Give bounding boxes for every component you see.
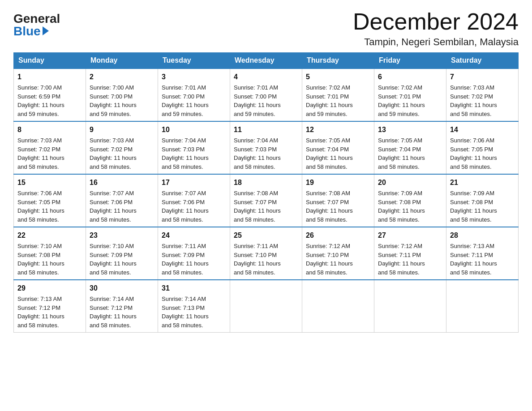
location-subtitle: Tampin, Negeri Sembilan, Malaysia [353, 36, 519, 48]
day-info: Sunrise: 7:14 AMSunset: 7:12 PMDaylight:… [90, 295, 154, 330]
day-number: 11 [234, 124, 298, 135]
day-info: Sunrise: 7:01 AMSunset: 7:00 PMDaylight:… [162, 83, 226, 118]
calendar-cell: 12Sunrise: 7:05 AMSunset: 7:04 PMDayligh… [302, 121, 374, 174]
calendar-cell: 5Sunrise: 7:02 AMSunset: 7:01 PMDaylight… [302, 68, 374, 121]
day-number: 29 [17, 283, 82, 294]
day-info: Sunrise: 7:02 AMSunset: 7:01 PMDaylight:… [306, 83, 370, 118]
day-number: 6 [378, 72, 442, 82]
calendar-week-row-4: 22Sunrise: 7:10 AMSunset: 7:08 PMDayligh… [14, 227, 519, 280]
day-info: Sunrise: 7:03 AMSunset: 7:02 PMDaylight:… [450, 83, 515, 118]
day-info: Sunrise: 7:00 AMSunset: 7:00 PMDaylight:… [90, 83, 154, 118]
day-number: 10 [162, 124, 226, 135]
day-info: Sunrise: 7:04 AMSunset: 7:03 PMDaylight:… [234, 136, 298, 171]
day-number: 25 [234, 230, 298, 241]
calendar-cell [230, 280, 302, 333]
day-info: Sunrise: 7:14 AMSunset: 7:13 PMDaylight:… [162, 295, 226, 330]
calendar-cell: 7Sunrise: 7:03 AMSunset: 7:02 PMDaylight… [446, 68, 519, 121]
calendar-week-row-3: 15Sunrise: 7:06 AMSunset: 7:05 PMDayligh… [14, 174, 519, 227]
calendar-cell: 18Sunrise: 7:08 AMSunset: 7:07 PMDayligh… [230, 174, 302, 227]
day-number: 31 [162, 283, 226, 294]
day-info: Sunrise: 7:09 AMSunset: 7:08 PMDaylight:… [378, 189, 442, 224]
day-number: 30 [90, 283, 154, 294]
day-number: 1 [17, 72, 82, 82]
month-title: December 2024 [353, 9, 519, 34]
day-number: 21 [450, 177, 515, 188]
day-info: Sunrise: 7:07 AMSunset: 7:06 PMDaylight:… [162, 189, 226, 224]
day-number: 14 [450, 124, 515, 135]
calendar-table: SundayMondayTuesdayWednesdayThursdayFrid… [13, 52, 519, 333]
calendar-header-sunday: Sunday [14, 53, 86, 69]
logo: General Blue [13, 13, 60, 38]
calendar-cell: 17Sunrise: 7:07 AMSunset: 7:06 PMDayligh… [158, 174, 230, 227]
day-number: 2 [90, 72, 154, 82]
calendar-cell: 11Sunrise: 7:04 AMSunset: 7:03 PMDayligh… [230, 121, 302, 174]
day-number: 22 [17, 230, 82, 241]
day-info: Sunrise: 7:05 AMSunset: 7:04 PMDaylight:… [306, 136, 370, 171]
title-section: December 2024 Tampin, Negeri Sembilan, M… [353, 9, 519, 48]
calendar-header-monday: Monday [86, 53, 158, 69]
calendar-cell: 31Sunrise: 7:14 AMSunset: 7:13 PMDayligh… [158, 280, 230, 333]
day-number: 28 [450, 230, 515, 241]
calendar-cell: 22Sunrise: 7:10 AMSunset: 7:08 PMDayligh… [14, 227, 86, 280]
calendar-cell [302, 280, 374, 333]
calendar-cell: 6Sunrise: 7:02 AMSunset: 7:01 PMDaylight… [374, 68, 446, 121]
calendar-header-friday: Friday [374, 53, 446, 69]
day-number: 13 [378, 124, 442, 135]
logo-general-text: General [13, 13, 60, 25]
calendar-cell: 26Sunrise: 7:12 AMSunset: 7:10 PMDayligh… [302, 227, 374, 280]
calendar-cell: 27Sunrise: 7:12 AMSunset: 7:11 PMDayligh… [374, 227, 446, 280]
calendar-cell: 30Sunrise: 7:14 AMSunset: 7:12 PMDayligh… [86, 280, 158, 333]
day-info: Sunrise: 7:06 AMSunset: 7:05 PMDaylight:… [17, 189, 82, 224]
day-number: 23 [90, 230, 154, 241]
day-info: Sunrise: 7:11 AMSunset: 7:10 PMDaylight:… [234, 242, 298, 277]
calendar-cell: 19Sunrise: 7:08 AMSunset: 7:07 PMDayligh… [302, 174, 374, 227]
day-number: 27 [378, 230, 442, 241]
day-number: 19 [306, 177, 370, 188]
day-info: Sunrise: 7:03 AMSunset: 7:02 PMDaylight:… [90, 136, 154, 171]
day-info: Sunrise: 7:04 AMSunset: 7:03 PMDaylight:… [162, 136, 226, 171]
calendar-header-row: SundayMondayTuesdayWednesdayThursdayFrid… [14, 53, 519, 69]
calendar-week-row-2: 8Sunrise: 7:03 AMSunset: 7:02 PMDaylight… [14, 121, 519, 174]
logo-arrow-icon [43, 26, 49, 35]
calendar-cell: 21Sunrise: 7:09 AMSunset: 7:08 PMDayligh… [446, 174, 519, 227]
day-number: 20 [378, 177, 442, 188]
day-number: 17 [162, 177, 226, 188]
calendar-week-row-1: 1Sunrise: 7:00 AMSunset: 6:59 PMDaylight… [14, 68, 519, 121]
calendar-cell: 4Sunrise: 7:01 AMSunset: 7:00 PMDaylight… [230, 68, 302, 121]
day-info: Sunrise: 7:01 AMSunset: 7:00 PMDaylight:… [234, 83, 298, 118]
day-number: 7 [450, 72, 515, 82]
calendar-header-wednesday: Wednesday [230, 53, 302, 69]
day-info: Sunrise: 7:09 AMSunset: 7:08 PMDaylight:… [450, 189, 515, 224]
day-number: 26 [306, 230, 370, 241]
day-info: Sunrise: 7:12 AMSunset: 7:10 PMDaylight:… [306, 242, 370, 277]
calendar-cell: 9Sunrise: 7:03 AMSunset: 7:02 PMDaylight… [86, 121, 158, 174]
calendar-cell: 29Sunrise: 7:13 AMSunset: 7:12 PMDayligh… [14, 280, 86, 333]
day-info: Sunrise: 7:11 AMSunset: 7:09 PMDaylight:… [162, 242, 226, 277]
day-info: Sunrise: 7:08 AMSunset: 7:07 PMDaylight:… [306, 189, 370, 224]
calendar-week-row-5: 29Sunrise: 7:13 AMSunset: 7:12 PMDayligh… [14, 280, 519, 333]
day-number: 4 [234, 72, 298, 82]
calendar-cell: 15Sunrise: 7:06 AMSunset: 7:05 PMDayligh… [14, 174, 86, 227]
calendar-cell: 1Sunrise: 7:00 AMSunset: 6:59 PMDaylight… [14, 68, 86, 121]
day-info: Sunrise: 7:10 AMSunset: 7:08 PMDaylight:… [17, 242, 82, 277]
calendar-cell: 25Sunrise: 7:11 AMSunset: 7:10 PMDayligh… [230, 227, 302, 280]
day-info: Sunrise: 7:05 AMSunset: 7:04 PMDaylight:… [378, 136, 442, 171]
day-number: 18 [234, 177, 298, 188]
logo-blue-text: Blue [13, 25, 49, 38]
calendar-cell: 14Sunrise: 7:06 AMSunset: 7:05 PMDayligh… [446, 121, 519, 174]
calendar-header-saturday: Saturday [446, 53, 519, 69]
calendar-cell: 23Sunrise: 7:10 AMSunset: 7:09 PMDayligh… [86, 227, 158, 280]
day-info: Sunrise: 7:07 AMSunset: 7:06 PMDaylight:… [90, 189, 154, 224]
calendar-cell: 10Sunrise: 7:04 AMSunset: 7:03 PMDayligh… [158, 121, 230, 174]
day-info: Sunrise: 7:06 AMSunset: 7:05 PMDaylight:… [450, 136, 515, 171]
day-number: 12 [306, 124, 370, 135]
day-number: 15 [17, 177, 82, 188]
calendar-header-tuesday: Tuesday [158, 53, 230, 69]
day-info: Sunrise: 7:00 AMSunset: 6:59 PMDaylight:… [17, 83, 82, 118]
day-info: Sunrise: 7:13 AMSunset: 7:12 PMDaylight:… [17, 295, 82, 330]
calendar-cell: 16Sunrise: 7:07 AMSunset: 7:06 PMDayligh… [86, 174, 158, 227]
calendar-cell [446, 280, 519, 333]
calendar-cell: 13Sunrise: 7:05 AMSunset: 7:04 PMDayligh… [374, 121, 446, 174]
calendar-cell: 8Sunrise: 7:03 AMSunset: 7:02 PMDaylight… [14, 121, 86, 174]
calendar-header-thursday: Thursday [302, 53, 374, 69]
